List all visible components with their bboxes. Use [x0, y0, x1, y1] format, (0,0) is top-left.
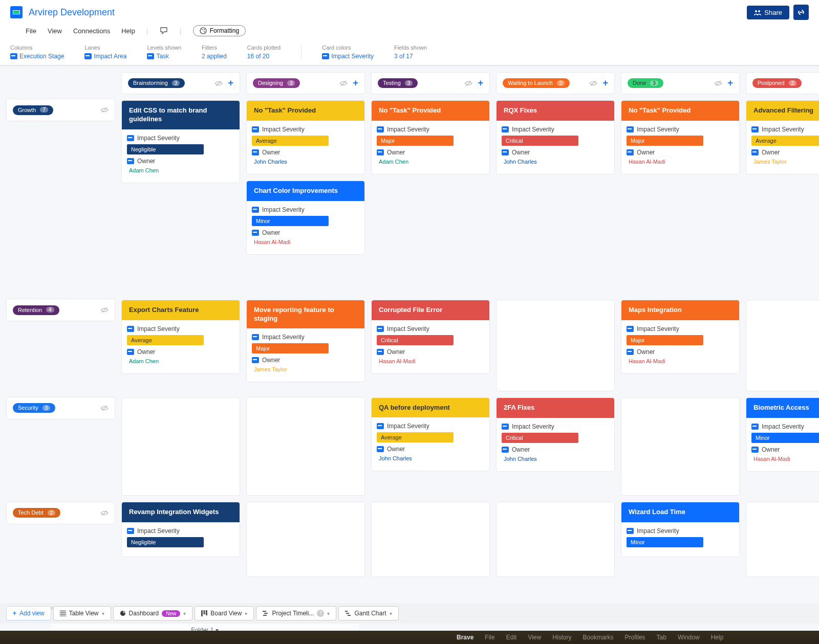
hide-icon[interactable] [100, 405, 109, 412]
column-header[interactable]: Brainstorming3 + [121, 72, 240, 94]
menu-view[interactable]: View [48, 27, 62, 35]
tab-board-view[interactable]: Board View▾ [195, 606, 254, 620]
kanban-card[interactable]: Corrupted File Error Impact Severity Cri… [371, 300, 490, 374]
board-cell[interactable]: No "Task" Provided Impact Severity Major… [371, 100, 490, 294]
kanban-card[interactable]: Move reporting feature to staging Impact… [246, 300, 365, 383]
config-lanes[interactable]: Lanes Impact Area [84, 45, 126, 60]
menu-help[interactable]: Help [121, 27, 135, 35]
column-header[interactable]: Postponed2 + [746, 72, 819, 94]
kanban-card[interactable]: No "Task" Provided Impact Severity Avera… [246, 100, 365, 174]
chevron-down-icon[interactable]: ▾ [245, 611, 247, 616]
add-view-button[interactable]: +Add view [6, 606, 51, 620]
chevron-down-icon[interactable]: ▾ [102, 611, 104, 616]
board-cell[interactable]: Maps Integration Impact Severity Major O… [621, 300, 740, 391]
board-cell[interactable]: QA before deployment Impact Severity Ave… [371, 397, 490, 496]
lane-header[interactable]: Security3 [6, 397, 115, 419]
os-menu-edit[interactable]: Edit [506, 634, 517, 641]
board-cell[interactable]: No "Task" Provided Impact Severity Major… [621, 100, 740, 294]
kanban-card[interactable]: Edit CSS to match brand guidelines Impac… [121, 100, 240, 183]
kanban-card[interactable]: RQX Fixes Impact Severity Critical Owner… [496, 100, 615, 174]
config-filters[interactable]: Filters 2 applied [202, 45, 227, 60]
board-cell[interactable]: Revamp Integration Widgets Impact Severi… [121, 502, 240, 577]
os-menu-view[interactable]: View [528, 634, 541, 641]
hide-icon[interactable] [714, 80, 722, 87]
config-fields[interactable]: Fields shown 3 of 17 [394, 45, 427, 60]
column-header[interactable]: Designing3 + [246, 72, 365, 94]
board-cell-empty[interactable] [121, 397, 240, 496]
add-card-icon[interactable]: + [478, 78, 483, 88]
kanban-card[interactable]: Maps Integration Impact Severity Major O… [621, 300, 740, 374]
add-card-icon[interactable]: + [353, 78, 358, 88]
copy-link-button[interactable] [793, 5, 809, 20]
formatting-button[interactable]: Formatting [193, 25, 246, 36]
board-cell-empty[interactable] [746, 502, 819, 577]
menu-file[interactable]: File [26, 27, 36, 35]
config-levels[interactable]: Levels shown Task [147, 45, 181, 60]
os-menu-help[interactable]: Help [711, 634, 724, 641]
board-cell[interactable]: Corrupted File Error Impact Severity Cri… [371, 300, 490, 391]
kanban-card[interactable]: Wizard Load Time Impact Severity Minor [621, 502, 740, 557]
share-button[interactable]: Share [747, 6, 789, 19]
hide-icon[interactable] [589, 80, 597, 87]
board-cell[interactable]: Export Charts Feature Impact Severity Av… [121, 300, 240, 391]
os-menu-bookmarks[interactable]: Bookmarks [583, 634, 614, 641]
chevron-down-icon[interactable]: ▾ [183, 611, 186, 616]
board-cell-empty[interactable] [371, 502, 490, 577]
lane-header[interactable]: Tech Debt2 [6, 502, 115, 524]
hide-icon[interactable] [214, 80, 223, 87]
column-header[interactable]: Done3 + [621, 72, 740, 94]
tab-table-view[interactable]: Table View▾ [53, 606, 111, 620]
config-colors[interactable]: Card colors Impact Severity [322, 45, 374, 60]
board-cell-empty[interactable] [746, 300, 819, 391]
kanban-card[interactable]: Revamp Integration Widgets Impact Severi… [121, 502, 240, 557]
os-menu-profiles[interactable]: Profiles [625, 634, 645, 641]
column-header[interactable]: Waiting to Launch2 + [496, 72, 615, 94]
kanban-card[interactable]: No "Task" Provided Impact Severity Major… [371, 100, 490, 174]
hide-icon[interactable] [464, 80, 472, 87]
tab-project-timeline[interactable]: Project Timeli...?▾ [256, 606, 336, 620]
tab-dashboard[interactable]: DashboardNew▾ [113, 606, 193, 620]
add-card-icon[interactable]: + [727, 78, 733, 88]
board-cell-empty[interactable] [246, 502, 365, 577]
config-columns[interactable]: Columns Execution Stage [10, 45, 64, 60]
os-menu-file[interactable]: File [485, 634, 494, 641]
kanban-card[interactable]: No "Task" Provided Impact Severity Major… [621, 100, 740, 174]
kanban-card[interactable]: Advanced Filtering Impact Severity Avera… [746, 100, 819, 174]
board-cell[interactable]: Advanced Filtering Impact Severity Avera… [746, 100, 819, 294]
help-icon[interactable]: ? [317, 610, 324, 617]
board-cell[interactable]: 2FA Fixes Impact Severity Critical Owner… [496, 397, 615, 496]
hide-icon[interactable] [100, 106, 109, 114]
menu-connections[interactable]: Connections [73, 27, 110, 35]
os-menu-tab[interactable]: Tab [657, 634, 666, 641]
board-cell[interactable]: No "Task" Provided Impact Severity Avera… [246, 100, 365, 294]
kanban-card[interactable]: Export Charts Feature Impact Severity Av… [121, 300, 240, 374]
hide-icon[interactable] [339, 80, 348, 87]
chevron-down-icon[interactable]: ▾ [390, 611, 392, 616]
add-card-icon[interactable]: + [602, 78, 608, 88]
board-cell[interactable]: Move reporting feature to staging Impact… [246, 300, 365, 391]
kanban-card[interactable]: Chart Color Improvements Impact Severity… [246, 181, 365, 255]
column-header[interactable]: Testing3 + [371, 72, 490, 94]
lane-header[interactable]: Growth7 [6, 99, 115, 121]
lane-header[interactable]: Retention4 [6, 299, 115, 321]
hide-icon[interactable] [100, 306, 109, 314]
board-cell-empty[interactable] [621, 397, 740, 496]
board-cell-empty[interactable] [496, 502, 615, 577]
kanban-card[interactable]: 2FA Fixes Impact Severity Critical Owner… [496, 397, 615, 472]
hide-icon[interactable] [100, 509, 109, 517]
board-cell-empty[interactable] [246, 397, 365, 496]
board-cell[interactable]: Biometric Access Impact Severity Minor O… [746, 397, 819, 496]
board-cell[interactable]: Wizard Load Time Impact Severity Minor [621, 502, 740, 577]
board-cell[interactable]: RQX Fixes Impact Severity Critical Owner… [496, 100, 615, 294]
add-card-icon[interactable]: + [228, 78, 233, 88]
os-menu-history[interactable]: History [552, 634, 571, 641]
board-cell[interactable]: Edit CSS to match brand guidelines Impac… [121, 100, 240, 294]
comment-icon[interactable] [159, 26, 168, 35]
board-cell-empty[interactable] [496, 300, 615, 391]
os-app-name[interactable]: Brave [457, 634, 473, 641]
chevron-down-icon[interactable]: ▾ [327, 611, 330, 616]
config-plotted[interactable]: Cards plotted 16 of 20 [247, 45, 281, 60]
kanban-card[interactable]: Biometric Access Impact Severity Minor O… [746, 397, 819, 472]
tab-gantt-chart[interactable]: Gantt Chart▾ [338, 606, 398, 620]
kanban-card[interactable]: QA before deployment Impact Severity Ave… [371, 397, 490, 472]
